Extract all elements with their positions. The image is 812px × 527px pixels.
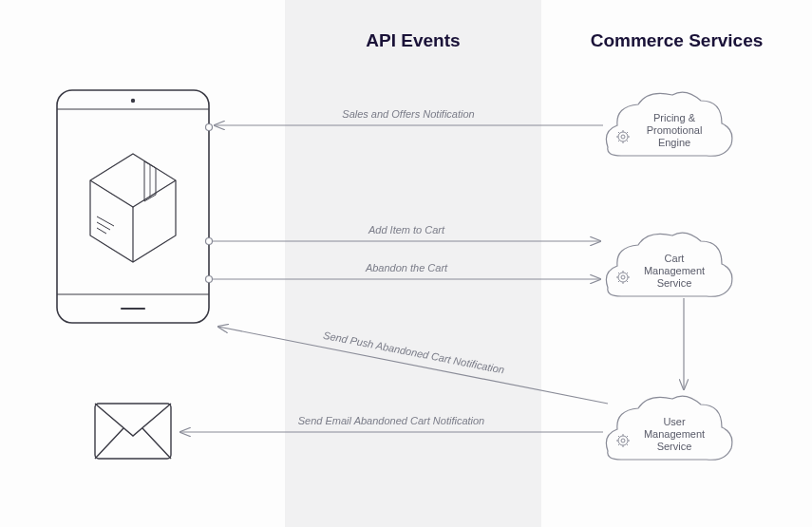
envelope-icon (95, 404, 171, 459)
svg-text:Service: Service (657, 441, 692, 452)
svg-text:Service: Service (657, 277, 692, 289)
arrow-push-notification: Send Push Abandoned Cart Notification (218, 327, 608, 404)
svg-text:Sales and Offers Notification: Sales and Offers Notification (342, 108, 474, 120)
svg-text:User: User (663, 416, 686, 427)
svg-text:Send Email Abandoned Cart Noti: Send Email Abandoned Cart Notification (298, 415, 485, 426)
svg-text:Cart: Cart (665, 253, 685, 264)
svg-text:Management: Management (644, 265, 705, 276)
svg-text:Add Item to Cart: Add Item to Cart (368, 224, 445, 235)
svg-line-59 (218, 327, 608, 404)
svg-text:Management: Management (644, 428, 705, 440)
svg-text:Engine: Engine (658, 137, 690, 148)
svg-rect-10 (95, 404, 171, 459)
svg-point-49 (206, 124, 213, 131)
cloud-user-service: User Management Service (606, 396, 732, 460)
cloud-pricing-engine: Pricing & Promotional Engine (606, 92, 732, 156)
cloud-label: Pricing & (653, 112, 696, 123)
svg-point-51 (206, 276, 213, 283)
svg-point-4 (131, 99, 135, 103)
svg-point-50 (206, 238, 213, 245)
phone-icon (57, 90, 209, 323)
arrow-add-cart: Add Item to Cart (213, 224, 600, 241)
arrow-sales-notification: Sales and Offers Notification (215, 108, 603, 125)
svg-text:Promotional: Promotional (647, 124, 703, 136)
cloud-cart-service: Cart Management Service (606, 233, 732, 296)
svg-text:Abandon the Cart: Abandon the Cart (365, 262, 448, 273)
arrow-abandon-cart: Abandon the Cart (213, 262, 600, 279)
arrow-email-notification: Send Email Abandoned Cart Notification (180, 415, 603, 432)
